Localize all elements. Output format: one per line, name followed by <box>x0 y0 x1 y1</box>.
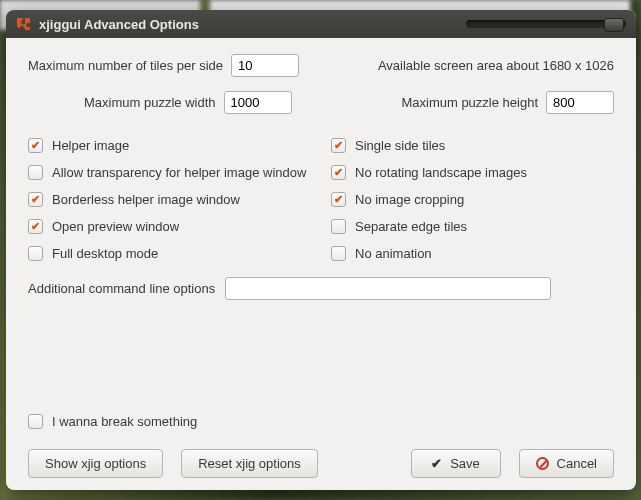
checkbox-label: Single side tiles <box>355 138 445 153</box>
checkbox-box <box>28 192 43 207</box>
max-height-label: Maximum puzzle height <box>401 95 538 110</box>
titlebar[interactable]: xjiggui Advanced Options <box>6 10 636 38</box>
checkbox-label: Allow transparency for helper image wind… <box>52 165 306 180</box>
max-height-input[interactable] <box>546 91 614 114</box>
checkbox-box <box>28 219 43 234</box>
checkbox-box <box>28 138 43 153</box>
checkbox-row[interactable]: Separate edge tiles <box>331 213 614 240</box>
checkbox-box <box>28 414 43 429</box>
screen-area-info: Available screen area about 1680 x 1026 <box>378 58 614 73</box>
max-width-input[interactable] <box>224 91 292 114</box>
checkbox-row[interactable]: Allow transparency for helper image wind… <box>28 159 311 186</box>
button-label: Show xjig options <box>45 456 146 471</box>
checkbox-label: No image cropping <box>355 192 464 207</box>
checkbox-box <box>331 138 346 153</box>
checkbox-box <box>28 165 43 180</box>
checkbox-box <box>331 165 346 180</box>
checkbox-box <box>331 219 346 234</box>
right-options-column: Single side tilesNo rotating landscape i… <box>331 132 614 267</box>
button-label: Save <box>450 456 480 471</box>
button-label: Cancel <box>557 456 597 471</box>
cmd-options-input[interactable] <box>225 277 551 300</box>
max-tiles-label: Maximum number of tiles per side <box>28 58 223 73</box>
cancel-button[interactable]: Cancel <box>519 449 614 478</box>
checkbox-row[interactable]: Open preview window <box>28 213 311 240</box>
checkbox-box <box>331 192 346 207</box>
show-xjig-options-button[interactable]: Show xjig options <box>28 449 163 478</box>
checkbox-label: Borderless helper image window <box>52 192 240 207</box>
checkbox-label: Helper image <box>52 138 129 153</box>
checkbox-label: Open preview window <box>52 219 179 234</box>
window-title: xjiggui Advanced Options <box>39 17 199 32</box>
checkbox-row[interactable]: Full desktop mode <box>28 240 311 267</box>
checkbox-row[interactable]: No animation <box>331 240 614 267</box>
checkbox-label: No rotating landscape images <box>355 165 527 180</box>
break-something-label: I wanna break something <box>52 414 197 429</box>
content-area: Maximum number of tiles per side Availab… <box>6 38 636 490</box>
left-options-column: Helper imageAllow transparency for helpe… <box>28 132 311 267</box>
dialog-window: xjiggui Advanced Options Maximum number … <box>6 10 636 490</box>
cmd-options-label: Additional command line options <box>28 281 215 296</box>
checkbox-row[interactable]: Helper image <box>28 132 311 159</box>
cancel-icon <box>536 457 549 470</box>
checkbox-box <box>331 246 346 261</box>
checkbox-label: No animation <box>355 246 432 261</box>
puzzle-icon <box>16 16 32 32</box>
checkbox-row[interactable]: Single side tiles <box>331 132 614 159</box>
reset-xjig-options-button[interactable]: Reset xjig options <box>181 449 318 478</box>
checkbox-row[interactable]: No image cropping <box>331 186 614 213</box>
checkbox-box <box>28 246 43 261</box>
titlebar-slider[interactable] <box>466 20 626 28</box>
checkbox-label: Full desktop mode <box>52 246 158 261</box>
max-width-label: Maximum puzzle width <box>84 95 216 110</box>
max-tiles-input[interactable] <box>231 54 299 77</box>
check-icon: ✔ <box>431 456 442 471</box>
checkbox-row[interactable]: No rotating landscape images <box>331 159 614 186</box>
save-button[interactable]: ✔ Save <box>411 449 501 478</box>
button-label: Reset xjig options <box>198 456 301 471</box>
checkbox-label: Separate edge tiles <box>355 219 467 234</box>
break-something-checkbox[interactable]: I wanna break something <box>28 408 614 435</box>
checkbox-row[interactable]: Borderless helper image window <box>28 186 311 213</box>
